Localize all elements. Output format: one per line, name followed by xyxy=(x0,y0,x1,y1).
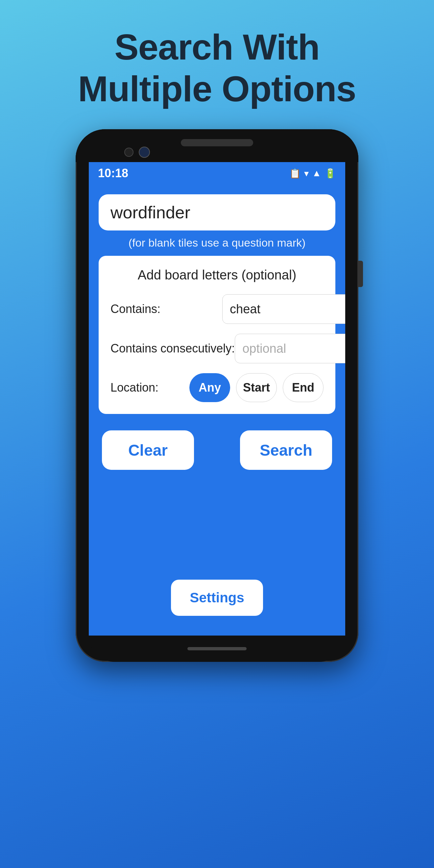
status-icons: 📋 ▾ ▲ 🔋 xyxy=(289,168,336,179)
phone-top-bar xyxy=(75,129,359,162)
phone-speaker xyxy=(181,139,253,146)
location-label: Location: xyxy=(111,381,189,395)
bottom-area: Settings xyxy=(171,470,263,629)
clear-button[interactable]: Clear xyxy=(102,430,194,470)
contains-consecutively-row: Contains consecutively: xyxy=(111,334,323,363)
action-buttons: Clear Search xyxy=(99,430,335,470)
camera-right xyxy=(139,147,150,158)
home-indicator xyxy=(187,647,247,650)
board-letters-card: Add board letters (optional) Contains: C… xyxy=(99,256,335,414)
phone-bottom xyxy=(89,636,345,662)
app-content: (for blank tiles use a question mark) Ad… xyxy=(89,184,345,636)
contains-consecutively-input[interactable] xyxy=(235,334,345,363)
status-time: 10:18 xyxy=(98,166,128,180)
clipboard-icon: 📋 xyxy=(289,168,301,179)
side-button xyxy=(359,261,363,287)
signal-icon: ▲ xyxy=(312,168,321,179)
status-bar: 10:18 📋 ▾ ▲ 🔋 xyxy=(89,162,345,184)
phone-screen: 10:18 📋 ▾ ▲ 🔋 (for blank tiles use a que… xyxy=(89,162,345,636)
main-search-input[interactable] xyxy=(99,194,335,230)
hint-text: (for blank tiles use a question mark) xyxy=(129,237,306,249)
contains-label: Contains: xyxy=(111,302,222,316)
contains-row: Contains: xyxy=(111,294,323,324)
battery-icon: 🔋 xyxy=(324,168,336,179)
card-title: Add board letters (optional) xyxy=(111,268,323,282)
location-buttons: Any Start End xyxy=(189,373,323,402)
page-title: Search With Multiple Options xyxy=(58,26,376,110)
location-end-button[interactable]: End xyxy=(283,373,323,402)
settings-button[interactable]: Settings xyxy=(171,580,263,616)
location-start-button[interactable]: Start xyxy=(236,373,277,402)
location-any-button[interactable]: Any xyxy=(189,373,230,402)
phone-frame: 10:18 📋 ▾ ▲ 🔋 (for blank tiles use a que… xyxy=(75,129,359,662)
main-input-container xyxy=(99,194,335,230)
camera-left xyxy=(124,148,133,157)
search-button[interactable]: Search xyxy=(240,430,332,470)
contains-consecutively-label: Contains consecutively: xyxy=(111,342,235,355)
contains-input[interactable] xyxy=(222,294,345,324)
wifi-icon: ▾ xyxy=(304,168,309,179)
location-row: Location: Any Start End xyxy=(111,373,323,402)
